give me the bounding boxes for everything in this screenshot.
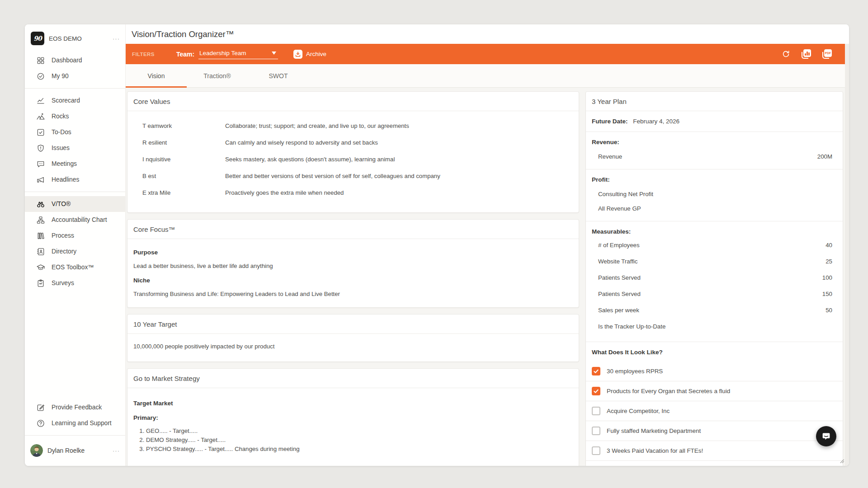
- core-value-label: I nquisitive: [133, 156, 225, 163]
- team-select[interactable]: Leadership Team: [198, 49, 278, 59]
- chat-support-button[interactable]: [816, 426, 836, 446]
- sidebar-item-rocks[interactable]: Rocks: [25, 108, 125, 124]
- target-market-label: Target Market: [133, 400, 173, 407]
- checkbox[interactable]: [592, 367, 600, 375]
- sidebar-divider: [25, 435, 125, 436]
- user-name: Dylan Roelke: [47, 447, 108, 454]
- core-value-row[interactable]: T eamwork Collaborate; trust; support; a…: [133, 122, 572, 139]
- checklist-label: Fully staffed Marketing Department: [607, 427, 701, 434]
- sidebar-item-vto[interactable]: V/TO®: [25, 196, 125, 212]
- app-window: 90 EOS DEMO ··· Dashboard My 90 Scorecar…: [25, 24, 849, 466]
- checkbox[interactable]: [592, 446, 600, 455]
- sidebar-item-scorecard[interactable]: Scorecard: [25, 93, 125, 108]
- chevron-down-icon: [272, 52, 276, 55]
- export-report-icon[interactable]: [802, 49, 811, 59]
- vertical-scrollbar[interactable]: [845, 44, 849, 466]
- sidebar-footer: Provide Feedback Learning and Support Dy…: [25, 399, 125, 466]
- filters-label[interactable]: FILTERS: [132, 52, 155, 57]
- sidebar-item-my90[interactable]: My 90: [25, 68, 125, 84]
- revenue-row[interactable]: Revenue 200M: [592, 153, 837, 160]
- sidebar-item-learning-support[interactable]: Learning and Support: [25, 415, 125, 431]
- core-value-label: B est: [133, 173, 225, 179]
- checkbox[interactable]: [592, 427, 600, 435]
- sidebar-item-issues[interactable]: Issues: [25, 140, 125, 156]
- archive-button[interactable]: Archive: [293, 50, 326, 59]
- sidebar-item-provide-feedback[interactable]: Provide Feedback: [25, 399, 125, 415]
- profit-label: Profit:: [592, 176, 610, 183]
- purpose-text[interactable]: Lead a better business, live a better li…: [133, 263, 572, 269]
- workspace-more-icon[interactable]: ···: [113, 35, 120, 42]
- megaphone-icon: [36, 175, 45, 184]
- dashboard-grid-icon: [36, 56, 45, 65]
- sidebar-item-process[interactable]: Process: [25, 228, 125, 244]
- sidebar-item-headlines[interactable]: Headlines: [25, 172, 125, 188]
- measurable-row[interactable]: Patients Served 150: [592, 291, 837, 300]
- core-value-row[interactable]: I nquisitive Seeks mastery, ask question…: [133, 156, 572, 173]
- future-date-row[interactable]: Future Date: February 4, 2026: [586, 111, 843, 132]
- ten-year-target-text[interactable]: 10,000,000 people positively impacted by…: [127, 334, 579, 361]
- filter-bar-actions: PDF: [782, 49, 838, 59]
- sidebar-item-meetings[interactable]: Meetings: [25, 156, 125, 172]
- resize-handle-icon[interactable]: [840, 458, 844, 465]
- measurable-row[interactable]: Website Traffic 25: [592, 258, 837, 267]
- user-more-icon[interactable]: ···: [113, 447, 120, 454]
- measurable-row[interactable]: Is the Tracker Up-to-Date: [592, 323, 837, 333]
- vision-left-column: Core Values T eamwork Collaborate; trust…: [127, 91, 579, 466]
- profit-row[interactable]: All Revenue GP: [592, 205, 837, 212]
- question-circle-icon: [36, 419, 45, 428]
- sidebar-item-label: Scorecard: [52, 97, 80, 104]
- sidebar-item-directory[interactable]: Directory: [25, 244, 125, 259]
- tab-vision[interactable]: Vision: [126, 64, 187, 87]
- sidebar-item-eos-toolbox[interactable]: EOS Toolbox™: [25, 259, 125, 275]
- sidebar-item-todos[interactable]: To-Dos: [25, 124, 125, 140]
- checkbox[interactable]: [592, 387, 600, 395]
- tab-swot[interactable]: SWOT: [248, 64, 309, 87]
- sidebar-item-dashboard[interactable]: Dashboard: [25, 52, 125, 68]
- core-value-row[interactable]: R esilient Can calmly and wisely respond…: [133, 139, 572, 156]
- user-menu[interactable]: Dylan Roelke ···: [25, 440, 125, 463]
- revenue-item-label: Revenue: [598, 153, 622, 160]
- archive-label: Archive: [306, 51, 326, 57]
- three-year-plan-title: 3 Year Plan: [586, 92, 843, 111]
- checklist-item[interactable]: 3 Weeks Paid Vacation for all FTEs!: [586, 441, 843, 461]
- team-select-value: Leadership Team: [199, 50, 246, 56]
- sidebar-item-label: Learning and Support: [52, 420, 112, 427]
- sidebar-item-surveys[interactable]: Surveys: [25, 275, 125, 291]
- mountains-icon: [36, 112, 45, 121]
- measurable-label: Patients Served: [598, 274, 641, 284]
- go-to-market-card: Go to Market Strategy Target Market Prim…: [127, 368, 579, 466]
- ten-year-target-card: 10 Year Target 10,000,000 people positiv…: [127, 314, 579, 362]
- measurable-value: 100: [822, 274, 832, 284]
- primary-list[interactable]: GEO..... - Target..... DEMO Strategy....…: [146, 427, 572, 454]
- sidebar-item-label: Headlines: [52, 176, 79, 183]
- refresh-icon[interactable]: [782, 50, 790, 58]
- binoculars-icon: [36, 200, 45, 209]
- workspace-switcher[interactable]: 90 EOS DEMO ···: [25, 24, 125, 50]
- export-pdf-icon[interactable]: PDF: [822, 49, 832, 59]
- target-check-icon: [36, 72, 45, 81]
- checklist-label: 3 Weeks Paid Vacation for all FTEs!: [607, 447, 703, 454]
- checklist-item[interactable]: Fully staffed Marketing Department: [586, 421, 843, 441]
- core-value-label: E xtra Mile: [133, 189, 225, 196]
- measurable-row[interactable]: Sales per week 50: [592, 307, 837, 316]
- checkbox[interactable]: [592, 407, 600, 415]
- sidebar-item-label: Directory: [52, 248, 76, 255]
- sidebar-item-label: Process: [52, 232, 74, 239]
- niche-text[interactable]: Transforming Business and Life: Empoweri…: [133, 291, 572, 297]
- core-values-title: Core Values: [127, 92, 579, 111]
- core-value-description: Can calmly and wisely respond to adversi…: [225, 139, 572, 146]
- measurable-row[interactable]: Patients Served 100: [592, 274, 837, 284]
- core-values-card: Core Values T eamwork Collaborate; trust…: [127, 91, 579, 213]
- profit-row[interactable]: Consulting Net Profit: [592, 191, 837, 197]
- sidebar-item-accountability-chart[interactable]: Accountability Chart: [25, 212, 125, 228]
- checklist-item[interactable]: Acquire Competitor, Inc: [586, 401, 843, 421]
- core-value-row[interactable]: E xtra Mile Proactively goes the extra m…: [133, 189, 572, 206]
- checklist-item[interactable]: Products for Every Organ that Secretes a…: [586, 381, 843, 401]
- checklist-item[interactable]: 30 employees RPRS: [586, 361, 843, 381]
- clipboard-icon: [36, 279, 45, 288]
- measurable-row[interactable]: # of Employees 40: [592, 242, 837, 251]
- core-value-row[interactable]: B est Better and better versions of best…: [133, 173, 572, 189]
- tab-traction[interactable]: Traction®: [187, 64, 248, 87]
- page-header: Vision/Traction Organizer™: [126, 24, 849, 44]
- vision-content: Core Values T eamwork Collaborate; trust…: [126, 88, 849, 466]
